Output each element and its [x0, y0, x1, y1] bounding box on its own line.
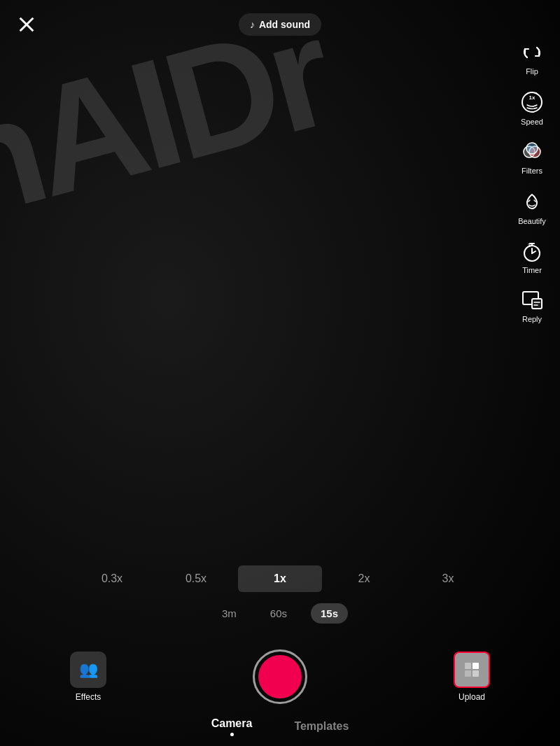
speed-option-1x[interactable]: 1x [238, 565, 322, 592]
duration-selector: 3m 60s 15s [0, 603, 560, 624]
sidebar-item-flip[interactable]: Flip [507, 35, 557, 81]
speed-icon: 1x [519, 90, 545, 115]
add-sound-button[interactable]: ♪ Add sound [239, 13, 321, 36]
sidebar-item-timer[interactable]: 3 Timer [507, 234, 557, 280]
speed-option-2x[interactable]: 2x [322, 565, 406, 592]
svg-rect-22 [472, 670, 479, 677]
effects-thumbnail: 👥 [70, 652, 106, 688]
effects-button[interactable]: 👥 Effects [70, 652, 106, 702]
tab-camera-label: Camera [211, 717, 253, 730]
duration-option-15s[interactable]: 15s [311, 603, 348, 624]
beautify-label: Beautify [518, 217, 546, 225]
upload-thumbnail [454, 652, 490, 688]
timer-icon: 3 [520, 239, 544, 263]
speed-option-0.3x[interactable]: 0.3x [70, 565, 154, 592]
tab-templates-label: Templates [294, 720, 349, 733]
record-button[interactable] [253, 649, 307, 704]
tab-bar: Camera Templates [0, 707, 560, 746]
duration-option-60s[interactable]: 60s [260, 603, 297, 624]
sidebar-item-beautify[interactable]: Beautify [507, 183, 557, 231]
tab-camera-dot [230, 733, 234, 736]
tab-camera[interactable]: Camera [211, 717, 253, 736]
beautify-icon [519, 189, 545, 214]
sidebar-item-speed[interactable]: 1x Speed [507, 84, 557, 132]
sidebar-item-filters[interactable]: Filters [507, 134, 557, 181]
svg-rect-20 [472, 663, 479, 669]
flip-label: Flip [526, 67, 538, 76]
svg-point-6 [526, 143, 538, 154]
upload-button[interactable]: Upload [454, 652, 490, 702]
top-bar: ♪ Add sound [0, 0, 560, 49]
record-area: 👥 Effects Upload [0, 649, 560, 704]
music-icon: ♪ [250, 19, 255, 30]
record-button-inner [258, 655, 302, 698]
speed-selector: 0.3x 0.5x 1x 2x 3x [0, 565, 560, 592]
effects-label: Effects [76, 692, 101, 702]
reply-icon [520, 288, 544, 312]
timer-label: Timer [522, 266, 542, 274]
svg-text:1x: 1x [529, 94, 536, 101]
close-button[interactable] [11, 9, 42, 40]
reply-label: Reply [522, 315, 542, 323]
filters-icon [520, 140, 544, 164]
flip-icon [520, 41, 544, 64]
add-sound-label: Add sound [259, 19, 310, 30]
filters-label: Filters [522, 167, 542, 175]
right-sidebar: Flip 1x Speed Filters [504, 28, 560, 329]
camera-viewfinder: nAIDr [0, 0, 560, 746]
speed-option-0.5x[interactable]: 0.5x [154, 565, 238, 592]
speed-label: Speed [521, 118, 543, 126]
sidebar-item-reply[interactable]: Reply [507, 283, 557, 329]
svg-rect-16 [532, 299, 542, 309]
tab-templates[interactable]: Templates [294, 720, 349, 733]
svg-line-8 [534, 200, 536, 202]
duration-option-3m[interactable]: 3m [212, 603, 246, 624]
svg-text:3: 3 [528, 243, 531, 248]
svg-rect-19 [465, 663, 471, 669]
svg-line-7 [528, 200, 530, 202]
speed-option-3x[interactable]: 3x [406, 565, 490, 592]
upload-label: Upload [458, 692, 485, 702]
svg-rect-21 [465, 670, 471, 677]
